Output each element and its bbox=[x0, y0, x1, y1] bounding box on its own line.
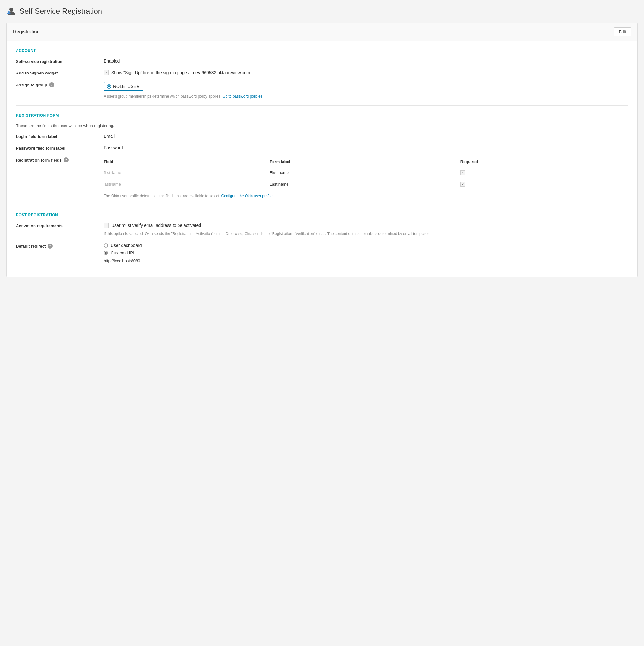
activation-row: Activation requirements User must verify… bbox=[16, 223, 628, 237]
add-sign-in-value: Show "Sign Up" link in the sign-in page … bbox=[104, 70, 628, 75]
role-user-radio-dot bbox=[107, 84, 111, 89]
table-cell-form-label: First name bbox=[270, 167, 460, 179]
assign-group-value: ROLE_USER A user's group memberships det… bbox=[104, 82, 628, 99]
account-section-title: ACCOUNT bbox=[16, 48, 628, 53]
form-fields-table-container: Field Form label Required firstName Firs… bbox=[104, 157, 628, 199]
configure-profile-link[interactable]: Configure the Okta user profile bbox=[221, 194, 273, 198]
table-cell-field: lastName bbox=[104, 179, 270, 190]
password-field-row: Password field form label Password bbox=[16, 145, 628, 150]
assign-group-row: Assign to group ? ROLE_USER A user's gro… bbox=[16, 82, 628, 99]
svg-point-0 bbox=[9, 7, 13, 11]
assign-group-help-icon[interactable]: ? bbox=[49, 82, 54, 87]
table-row: firstName First name bbox=[104, 167, 628, 179]
add-sign-in-checkbox[interactable] bbox=[104, 70, 109, 75]
registration-card: Registration Edit ACCOUNT Self-service r… bbox=[6, 22, 638, 277]
activation-text: User must verify email address to be act… bbox=[111, 223, 201, 228]
redirect-radio-dot bbox=[104, 243, 108, 247]
default-redirect-help-icon[interactable]: ? bbox=[48, 243, 53, 248]
table-hint: The Okta user profile determines the fie… bbox=[104, 193, 628, 199]
table-cell-field: firstName bbox=[104, 167, 270, 179]
table-cell-form-label: Last name bbox=[270, 179, 460, 190]
role-user-radio[interactable]: ROLE_USER bbox=[104, 82, 144, 91]
registration-form-title: REGISTRATION FORM bbox=[16, 113, 628, 118]
assign-group-label: Assign to group ? bbox=[16, 82, 97, 87]
add-sign-in-checkbox-row: Show "Sign Up" link in the sign-in page … bbox=[104, 70, 628, 75]
section-divider-2 bbox=[16, 205, 628, 205]
required-checkbox[interactable] bbox=[460, 170, 465, 175]
activation-label: Activation requirements bbox=[16, 223, 97, 228]
login-field-row: Login field form label Email bbox=[16, 134, 628, 139]
table-head: Field Form label Required bbox=[104, 157, 628, 167]
col-required: Required bbox=[460, 157, 628, 167]
edit-button[interactable]: Edit bbox=[614, 27, 631, 36]
add-sign-in-row: Add to Sign-In widget Show "Sign Up" lin… bbox=[16, 70, 628, 76]
password-field-label: Password field form label bbox=[16, 145, 97, 150]
add-sign-in-label: Add to Sign-In widget bbox=[16, 70, 97, 76]
page-title: Self-Service Registration bbox=[19, 7, 102, 16]
card-title: Registration bbox=[13, 29, 39, 35]
table-cell-required bbox=[460, 179, 628, 190]
self-service-value: Enabled bbox=[104, 59, 628, 64]
card-header: Registration Edit bbox=[7, 23, 637, 41]
password-field-value: Password bbox=[104, 145, 628, 150]
account-section: ACCOUNT Self-service registration Enable… bbox=[16, 48, 628, 99]
form-fields-table: Field Form label Required firstName Firs… bbox=[104, 157, 628, 190]
self-service-label: Self-service registration bbox=[16, 59, 97, 64]
add-sign-in-text: Show "Sign Up" link in the sign-in page … bbox=[111, 70, 250, 75]
table-cell-required bbox=[460, 167, 628, 179]
activation-value: User must verify email address to be act… bbox=[104, 223, 628, 237]
person-icon bbox=[6, 6, 16, 16]
custom-url: http://localhost:8080 bbox=[104, 258, 628, 263]
activation-checkbox-row: User must verify email address to be act… bbox=[104, 223, 628, 228]
redirect-radio-dot bbox=[104, 251, 108, 255]
assign-group-hint: A user's group memberships determine whi… bbox=[104, 94, 628, 99]
registration-form-description: These are the fields the user will see w… bbox=[16, 123, 628, 128]
table-row: lastName Last name bbox=[104, 179, 628, 190]
card-body: ACCOUNT Self-service registration Enable… bbox=[7, 41, 637, 277]
redirect-radio-label: User dashboard bbox=[111, 243, 142, 248]
form-fields-help-icon[interactable]: ? bbox=[64, 157, 69, 163]
default-redirect-options: User dashboard Custom URL http://localho… bbox=[104, 243, 628, 263]
default-redirect-row: Default redirect ? User dashboard Custom… bbox=[16, 243, 628, 263]
post-registration-title: POST-REGISTRATION bbox=[16, 213, 628, 217]
default-redirect-label: Default redirect ? bbox=[16, 243, 97, 248]
form-fields-row: Registration form fields ? Field Form la… bbox=[16, 157, 628, 199]
password-policies-link[interactable]: Go to password policies bbox=[222, 94, 262, 99]
section-divider-1 bbox=[16, 105, 628, 106]
col-field: Field bbox=[104, 157, 270, 167]
login-field-value: Email bbox=[104, 134, 628, 139]
required-checkbox[interactable] bbox=[460, 182, 465, 187]
registration-form-section: REGISTRATION FORM These are the fields t… bbox=[16, 113, 628, 199]
page-header: Self-Service Registration bbox=[6, 6, 638, 16]
role-user-label: ROLE_USER bbox=[113, 84, 140, 89]
table-body: firstName First name lastName Last name bbox=[104, 167, 628, 190]
col-form-label: Form label bbox=[270, 157, 460, 167]
post-registration-section: POST-REGISTRATION Activation requirement… bbox=[16, 213, 628, 263]
self-service-row: Self-service registration Enabled bbox=[16, 59, 628, 64]
activation-hint: If this option is selected, Okta sends t… bbox=[104, 231, 628, 237]
redirect-option[interactable]: User dashboard bbox=[104, 243, 628, 248]
redirect-option[interactable]: Custom URL bbox=[104, 250, 628, 255]
form-fields-label: Registration form fields ? bbox=[16, 157, 97, 163]
login-field-label: Login field form label bbox=[16, 134, 97, 139]
table-header-row: Field Form label Required bbox=[104, 157, 628, 167]
redirect-radio-label: Custom URL bbox=[111, 250, 135, 255]
activation-checkbox[interactable] bbox=[104, 223, 109, 228]
